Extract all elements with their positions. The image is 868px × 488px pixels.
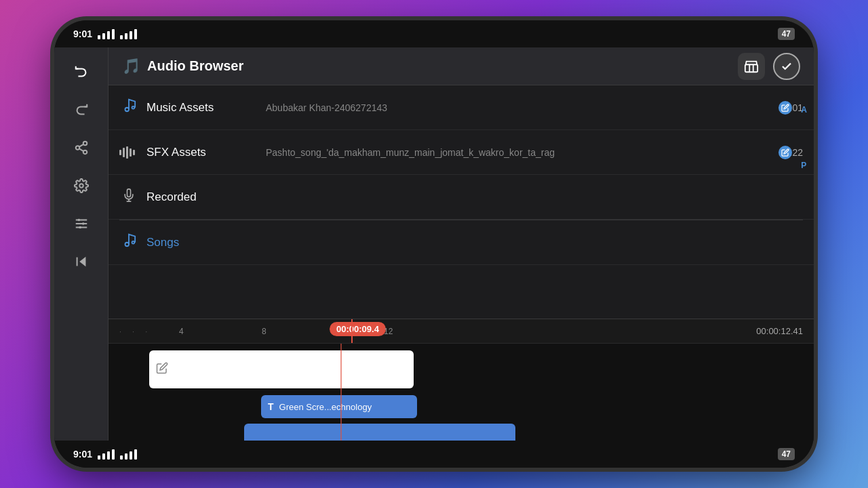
playhead-line: [351, 319, 353, 343]
playhead-badge: 00:00:09.4: [330, 322, 386, 336]
sidebar-icon-share[interactable]: [65, 131, 98, 164]
playhead-time: 00:00:09.4: [336, 324, 379, 334]
music-assets-icon: [119, 98, 138, 117]
sidebar-icon-audio-mixer[interactable]: [65, 207, 98, 240]
signal-bars-1: [98, 29, 115, 39]
audio-note-icon: 🎵: [122, 58, 140, 75]
audio-browser-header: 🎵 Audio Browser: [108, 47, 814, 85]
status-bar: 9:01 47: [54, 20, 814, 47]
music-assets-edit-icon[interactable]: [778, 101, 792, 115]
svg-point-20: [132, 241, 135, 244]
signal-bar: [134, 29, 137, 39]
signal-bar: [107, 451, 110, 460]
recorded-label: Recorded: [146, 190, 255, 204]
main-content: 🎵 Audio Browser: [54, 47, 814, 441]
signal-bar: [107, 31, 110, 39]
svg-point-10: [81, 222, 84, 225]
scroll-letter-p: P: [801, 161, 807, 169]
confirm-button[interactable]: [773, 53, 800, 80]
svg-line-3: [79, 148, 83, 151]
ruler-mark-12: 12: [384, 327, 393, 336]
scroll-index: A P: [801, 106, 807, 169]
signal-bar: [130, 31, 132, 39]
sfx-assets-subtitle: Pashto_song_'da_makham_munz_main_jomat_k…: [266, 147, 768, 158]
ruler-mark-8: 8: [262, 327, 267, 336]
svg-point-11: [79, 226, 81, 229]
bottom-status-left: 9:01: [73, 449, 137, 460]
songs-icon: [119, 233, 138, 251]
signal-bar: [125, 33, 127, 39]
bottom-status-bar: 9:01 47: [54, 441, 814, 468]
text-track-t-icon: T: [268, 401, 274, 412]
ruler-mark-4: 4: [179, 327, 184, 336]
header-actions: [738, 53, 800, 80]
svg-rect-14: [745, 64, 757, 72]
sfx-assets-label: SFX Assets: [146, 146, 255, 159]
timeline-ruler[interactable]: · · · 4 8 00:00:09.4 12: [108, 319, 814, 344]
status-left: 9:01: [73, 28, 137, 39]
bottom-signal-bars-1: [98, 449, 115, 460]
store-button[interactable]: [738, 53, 765, 80]
phone-frame: 9:01 47: [54, 20, 814, 468]
bottom-battery-badge: 47: [778, 448, 795, 460]
scroll-letter-a: A: [801, 106, 807, 114]
right-panel: 🎵 Audio Browser: [108, 47, 814, 441]
bottom-time: 9:01: [73, 449, 92, 460]
svg-point-16: [132, 106, 135, 109]
battery-badge: 47: [778, 28, 795, 40]
timeline-tracks: T Green Scre...echnology: [108, 344, 814, 441]
battery-level: 47: [782, 29, 791, 39]
audio-list: Music Assets Abubakar Khan-2406272143 0:…: [108, 85, 814, 319]
svg-marker-12: [79, 257, 85, 267]
signal-bar: [112, 29, 115, 39]
svg-line-4: [79, 144, 83, 147]
signal-bars-2: [120, 29, 137, 39]
sidebar: [54, 47, 108, 441]
sfx-assets-icon: [119, 146, 138, 159]
signal-bar: [120, 455, 123, 460]
svg-point-5: [79, 184, 83, 188]
timeline-area: · · · 4 8 00:00:09.4 12: [108, 319, 814, 441]
status-time: 9:01: [73, 28, 92, 39]
svg-point-9: [77, 219, 80, 222]
bottom-signal-bars-2: [120, 449, 137, 460]
timeline-end-time: 00:00:12.41: [756, 326, 803, 336]
svg-point-1: [75, 146, 79, 150]
waveform-icon: [119, 146, 138, 159]
audio-item-music-assets[interactable]: Music Assets Abubakar Khan-2406272143 0:…: [108, 85, 814, 130]
sidebar-icon-settings[interactable]: [65, 169, 98, 202]
signal-bar: [102, 33, 105, 39]
bottom-battery-level: 47: [782, 449, 791, 459]
songs-label: Songs: [146, 236, 255, 249]
audio-list-inner: Music Assets Abubakar Khan-2406272143 0:…: [108, 85, 814, 319]
recorded-mic-icon: [119, 188, 138, 205]
music-assets-label: Music Assets: [146, 101, 255, 115]
video-track[interactable]: [149, 350, 414, 388]
sfx-assets-edit-icon[interactable]: [778, 146, 792, 159]
video-track-icon: [156, 362, 168, 377]
text-track[interactable]: T Green Scre...echnology: [261, 395, 417, 418]
ruler-dots: · · ·: [119, 327, 803, 336]
signal-bar: [98, 455, 100, 460]
signal-bar: [134, 449, 137, 460]
audio-browser-title: Audio Browser: [147, 58, 738, 74]
audio-item-songs[interactable]: Songs: [108, 220, 814, 265]
ruler-marks: · · · 4 8 00:00:09.4 12: [119, 319, 803, 343]
signal-bar: [112, 449, 115, 460]
playhead-track-line: [340, 344, 342, 441]
svg-point-0: [83, 142, 87, 146]
signal-bar: [120, 35, 123, 39]
signal-bar: [102, 453, 105, 460]
text-track-label: Green Scre...echnology: [279, 402, 372, 412]
sidebar-icon-undo[interactable]: [65, 56, 98, 88]
music-assets-subtitle: Abubakar Khan-2406272143: [266, 102, 774, 113]
sidebar-icon-redo[interactable]: [65, 94, 98, 126]
sidebar-icon-rewind[interactable]: [65, 245, 98, 278]
signal-bar: [125, 453, 127, 460]
signal-bar: [130, 451, 132, 460]
audio-item-recorded[interactable]: Recorded: [108, 175, 814, 220]
audio-item-sfx-assets[interactable]: SFX Assets Pashto_song_'da_makham_munz_m…: [108, 130, 814, 175]
signal-bar: [98, 35, 100, 39]
svg-point-2: [83, 150, 87, 155]
text-track-2[interactable]: [244, 424, 515, 441]
